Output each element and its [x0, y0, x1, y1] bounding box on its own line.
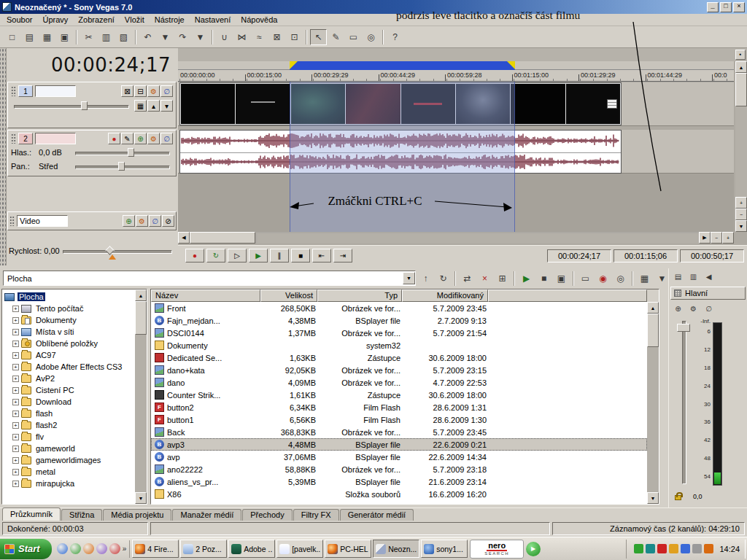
timeline-horizontal-scrollbar[interactable]: ◀ ▶ − +	[178, 232, 734, 244]
file-row-button2[interactable]: Fbutton26,34KBFilm Flash28.6.2009 1:31	[151, 401, 647, 413]
audio-device-button[interactable]: ◀	[702, 270, 716, 283]
loop-playback-button[interactable]: ↻	[206, 249, 225, 262]
tree-item-mista-v-siti[interactable]: +Místa v síti	[2, 326, 135, 338]
slider-thumb[interactable]	[81, 101, 88, 110]
up-one-level-button[interactable]: ↑	[417, 271, 434, 287]
file-row-x86[interactable]: X86Složka souborů16.6.2009 16:20	[151, 488, 647, 500]
video-event-thumbnail[interactable]	[236, 84, 290, 124]
enable-snapping-button[interactable]: ∪	[216, 29, 233, 45]
envelope-edit-tool-button[interactable]: ✎	[328, 29, 344, 45]
scroll-right-icon[interactable]: ▶	[699, 232, 711, 244]
rate-slider-thumb[interactable]	[105, 246, 115, 255]
address-combo[interactable]: Plocha ▼	[3, 271, 416, 286]
file-row-dano[interactable]: dano4,09MBObrázek ve for...4.7.2009 22:5…	[151, 376, 647, 389]
file-row-counter-strik[interactable]: Counter Strik...1,61KBZástupce30.6.2009 …	[151, 389, 647, 401]
zoom-in-icon[interactable]: +	[722, 232, 734, 244]
expand-icon[interactable]: +	[12, 481, 19, 487]
audio-track-lane[interactable]	[178, 130, 734, 174]
expand-icon[interactable]: +	[12, 446, 19, 452]
task-button-sony1[interactable]: sony1...	[421, 540, 468, 558]
quick-launch-icon-1[interactable]	[57, 543, 68, 554]
file-row-ano22222[interactable]: ano2222258,88KBObrázek ve for...5.7.2009…	[151, 463, 647, 475]
scroll-down-icon[interactable]: ▼	[135, 492, 147, 504]
get-media-button[interactable]: ◉	[595, 271, 611, 287]
file-row-fajn-mejdan[interactable]: BFajn_mejdan...4,38MBBSplayer file2.7.20…	[151, 314, 647, 327]
insert-fx-button[interactable]: ⊕	[671, 302, 685, 315]
scroll-up-icon[interactable]: ▲	[135, 289, 147, 301]
loop-region-start-handle[interactable]	[290, 61, 298, 69]
audio-track-header[interactable]: 2 ●✎⊕⚙∅ Hlas.: 0,0 dB Pan.: Střed	[7, 130, 177, 176]
expand-icon[interactable]: +	[12, 399, 19, 405]
rate-slider[interactable]	[63, 246, 172, 256]
new-folder-button[interactable]: ⊞	[494, 271, 511, 287]
scrollbar-thumb[interactable]	[735, 73, 747, 106]
selection-length-display[interactable]: 00:00:50;17	[680, 249, 744, 262]
tree-item-oblibene-polozky[interactable]: +Oblíbené položky	[2, 338, 135, 349]
scrollbar-thumb[interactable]	[135, 301, 147, 335]
selection-end-display[interactable]: 00:01:15;06	[614, 249, 678, 262]
tab-prechody[interactable]: Přechody	[242, 509, 292, 521]
mute-button[interactable]: ∅	[160, 133, 173, 144]
undo-button[interactable]: ↶	[139, 29, 156, 45]
quick-launch-icon-2[interactable]	[70, 543, 81, 554]
lock-envelopes-button[interactable]: ⊠	[268, 29, 285, 45]
track-drag-handle[interactable]	[11, 133, 16, 144]
tray-icon-1[interactable]	[634, 544, 643, 553]
save-project-button[interactable]: ▦	[39, 29, 55, 45]
tree-item-mirapujcka[interactable]: +mirapujcka	[2, 478, 135, 489]
track-zoom-in-icon[interactable]: +	[735, 197, 747, 209]
start-preview-button[interactable]: ▶	[518, 271, 535, 287]
expand-icon[interactable]: +	[12, 376, 19, 382]
cursor-time-display[interactable]: 00:00:24;17	[547, 249, 611, 262]
undo-dropdown-button[interactable]: ▼	[157, 29, 174, 45]
task-button-pavelk[interactable]: [pavelk...	[276, 540, 323, 558]
track-zoom-out-icon[interactable]: −	[735, 209, 747, 220]
tree-item-avp2[interactable]: +AvP2	[2, 373, 135, 384]
scroll-down-icon[interactable]: ▼	[735, 220, 747, 232]
scroll-left-icon[interactable]: ◀	[178, 232, 190, 244]
zoom-out-icon[interactable]: −	[711, 232, 722, 244]
task-button-neozn[interactable]: Neozn...	[373, 540, 419, 558]
whats-this-help-button[interactable]: ?	[387, 29, 403, 45]
open-project-button[interactable]: ▤	[21, 29, 38, 45]
lock-icon[interactable]	[675, 495, 681, 500]
expand-icon[interactable]: +	[12, 306, 19, 312]
dock-handle[interactable]	[0, 48, 7, 265]
tray-icon-3[interactable]	[657, 544, 667, 553]
tree-item-metal[interactable]: +metal	[2, 466, 135, 478]
video-track-header[interactable]: 1 ⊠⊟⚙∅ ▦▴▾	[7, 82, 177, 128]
scrollbar-track[interactable]	[735, 106, 747, 197]
normal-edit-tool-button[interactable]: ↖	[310, 29, 327, 45]
scrollbar-thumb[interactable]	[647, 314, 659, 347]
video-monitor-button[interactable]: ▭	[577, 271, 594, 287]
track-motion-button[interactable]: ⊠	[121, 85, 133, 97]
master-bus-header[interactable]: Hlavní	[670, 287, 746, 300]
tree-item-gameworldimages[interactable]: +gameworldimages	[2, 454, 135, 466]
column-header-modifikovany[interactable]: Modifikovaný	[402, 289, 488, 302]
bypass-motion-blur-button[interactable]: ⊟	[134, 85, 147, 97]
tree-item-dokumenty[interactable]: +Dokumenty	[2, 314, 135, 326]
video-track-name-field[interactable]	[35, 85, 76, 97]
file-row-avp3[interactable]: Bavp34,48MBBSplayer file22.6.2009 0:21	[151, 438, 647, 451]
menu-vlozit[interactable]: Vložit	[120, 15, 150, 25]
video-event[interactable]	[179, 82, 622, 125]
record-button[interactable]: ●	[185, 249, 204, 262]
task-button-pc-hel[interactable]: PC-HEL...	[325, 540, 371, 558]
menu-zobrazeni[interactable]: Zobrazení	[73, 15, 120, 25]
task-button-4-fire[interactable]: 4 Fire...	[132, 540, 179, 558]
slider-thumb[interactable]	[118, 162, 125, 171]
timecode-display[interactable]: 00:00:24;17	[7, 48, 178, 82]
expand-icon[interactable]: +	[12, 341, 19, 347]
views-button[interactable]: ▦	[636, 271, 653, 287]
composite-level-slider[interactable]	[14, 101, 129, 111]
minimize-button[interactable]: _	[707, 2, 719, 12]
loop-region-bar[interactable]	[290, 61, 515, 70]
zoom-edit-tool-button[interactable]: ◎	[363, 29, 379, 45]
expand-icon[interactable]: +	[12, 387, 19, 394]
tab-manazer-medii[interactable]: Manažer médií	[172, 509, 241, 521]
column-header-nazev[interactable]: Název	[151, 289, 260, 302]
video-event-thumbnail[interactable]	[456, 84, 510, 124]
video-event-thumbnail[interactable]	[511, 84, 565, 124]
tree-item-cisteni-pc[interactable]: +Cistení PC	[2, 384, 135, 396]
file-row-dedicated-se[interactable]: Dedicated Se...1,63KBZástupce30.6.2009 1…	[151, 351, 647, 364]
